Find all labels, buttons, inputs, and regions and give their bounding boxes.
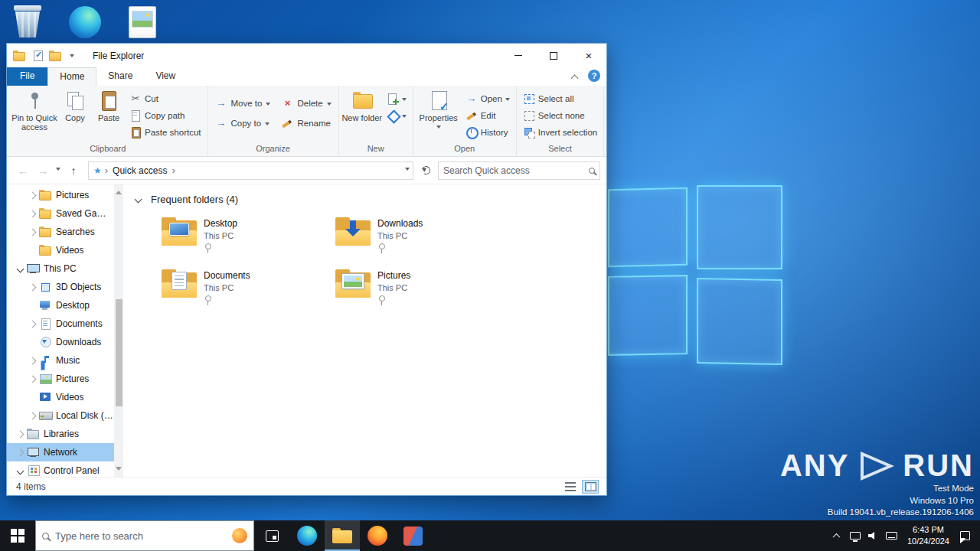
search-highlights-icon[interactable] xyxy=(232,528,247,543)
tree-chevron-icon[interactable] xyxy=(17,265,24,272)
tree-chevron-icon[interactable] xyxy=(17,430,24,438)
taskbar-clock[interactable]: 6:43 PM 10/24/2024 xyxy=(901,524,956,548)
hidden-icons-button[interactable] xyxy=(828,520,846,551)
refresh-button[interactable] xyxy=(416,161,435,180)
new-folder-button[interactable]: New folder xyxy=(341,86,383,144)
properties-button[interactable]: ✓ Properties xyxy=(416,86,462,144)
scroll-down-button[interactable] xyxy=(116,467,122,474)
qat-properties-button[interactable]: ✓ xyxy=(30,47,47,64)
tree-chevron-icon[interactable] xyxy=(29,320,37,328)
tree-chevron-icon[interactable] xyxy=(29,210,37,217)
select-none-button[interactable]: Select none xyxy=(519,107,601,124)
invert-selection-button[interactable]: Invert selection xyxy=(519,124,601,141)
taskbar-search-input[interactable] xyxy=(55,530,226,542)
up-button[interactable]: ↑ xyxy=(65,165,82,177)
tree-chevron-icon[interactable] xyxy=(29,191,37,199)
tree-chevron-icon[interactable] xyxy=(30,340,35,345)
tree-item[interactable]: Pictures xyxy=(7,186,123,204)
tree-item[interactable]: Videos xyxy=(7,388,123,406)
task-view-button[interactable] xyxy=(254,520,289,551)
folder-tile[interactable]: Downloads This PC xyxy=(335,217,500,262)
app-taskbar-button[interactable] xyxy=(395,520,430,551)
tab-home[interactable]: Home xyxy=(47,67,96,86)
collapse-ribbon-button[interactable] xyxy=(571,74,579,82)
paste-shortcut-button[interactable]: Paste shortcut xyxy=(126,124,205,141)
tree-item[interactable]: Libraries xyxy=(7,425,123,443)
edit-button[interactable]: Edit xyxy=(462,107,514,124)
rename-button[interactable]: Rename xyxy=(276,113,335,133)
network-tray-button[interactable] xyxy=(846,520,864,551)
tree-item[interactable]: Local Disk (C:) xyxy=(7,406,123,425)
tree-chevron-icon[interactable] xyxy=(17,448,24,456)
tree-item[interactable]: This PC xyxy=(7,259,123,278)
breadcrumb-location[interactable]: Quick access xyxy=(111,165,168,176)
titlebar[interactable]: ✓ File Explorer × xyxy=(7,44,606,67)
tree-item[interactable]: Documents xyxy=(7,315,123,333)
tree-chevron-icon[interactable] xyxy=(17,467,24,474)
history-button[interactable]: History xyxy=(462,124,514,141)
qat-new-folder-button[interactable] xyxy=(47,47,64,64)
tree-chevron-icon[interactable] xyxy=(29,412,37,419)
tree-chevron-icon[interactable] xyxy=(29,357,37,364)
tree-chevron-icon[interactable] xyxy=(29,375,37,383)
tree-item[interactable]: Control Panel xyxy=(7,461,123,477)
firefox-taskbar-button[interactable] xyxy=(360,520,395,551)
tree-item[interactable]: 3D Objects xyxy=(7,278,123,296)
help-button[interactable]: ? xyxy=(588,70,600,82)
tree-item[interactable]: Downloads xyxy=(7,333,123,351)
paste-button[interactable]: Paste xyxy=(92,86,126,144)
nav-scrollbar[interactable] xyxy=(114,184,123,477)
copy-button[interactable]: Copy xyxy=(58,86,92,144)
copy-to-button[interactable]: → Copy to xyxy=(211,113,276,133)
explorer-search-box[interactable] xyxy=(438,161,600,180)
tree-item[interactable]: Saved Games xyxy=(7,204,123,223)
folder-tile[interactable]: Documents This PC xyxy=(162,269,326,314)
easy-access-button[interactable] xyxy=(383,107,410,124)
forward-button[interactable]: → xyxy=(34,165,51,177)
tree-item[interactable]: Videos xyxy=(7,241,123,259)
scroll-up-button[interactable] xyxy=(116,187,122,194)
tree-chevron-icon[interactable] xyxy=(29,283,37,291)
delete-button[interactable]: × Delete xyxy=(276,93,335,113)
edge-desktop-icon[interactable] xyxy=(69,6,109,46)
details-view-button[interactable] xyxy=(562,480,579,494)
copy-path-button[interactable]: Copy path xyxy=(126,107,205,124)
breadcrumb-chevron[interactable]: › xyxy=(172,165,175,176)
tree-item[interactable]: Music xyxy=(7,351,123,370)
taskbar-search-box[interactable] xyxy=(35,520,254,551)
tab-file[interactable]: File xyxy=(7,67,47,86)
recycle-bin-icon[interactable] xyxy=(9,4,49,44)
edge-taskbar-button[interactable] xyxy=(289,520,325,551)
scrollbar-thumb[interactable] xyxy=(116,299,122,406)
collapse-group-icon[interactable] xyxy=(135,196,142,204)
tree-item[interactable]: Desktop xyxy=(7,296,123,315)
start-button[interactable] xyxy=(0,520,35,551)
search-input[interactable] xyxy=(443,165,584,176)
back-button[interactable]: ← xyxy=(15,165,31,177)
minimize-button[interactable] xyxy=(501,44,536,67)
tree-item[interactable]: Pictures xyxy=(7,370,123,388)
keyboard-tray-button[interactable] xyxy=(883,520,901,551)
qat-customize-button[interactable] xyxy=(64,47,80,64)
folder-tile[interactable]: Desktop This PC xyxy=(162,217,326,262)
tree-chevron-icon[interactable] xyxy=(30,395,35,400)
open-button[interactable]: → Open xyxy=(462,90,514,107)
recent-locations-button[interactable] xyxy=(56,168,60,173)
tree-chevron-icon[interactable] xyxy=(30,303,35,308)
volume-tray-button[interactable] xyxy=(864,520,883,551)
tree-item[interactable]: Searches xyxy=(7,223,123,241)
action-center-button[interactable] xyxy=(956,520,974,551)
tab-view[interactable]: View xyxy=(144,67,187,86)
maximize-button[interactable] xyxy=(536,44,571,67)
new-item-button[interactable] xyxy=(383,90,410,107)
tree-chevron-icon[interactable] xyxy=(29,228,37,236)
address-dropdown-button[interactable] xyxy=(405,168,410,173)
frequent-folders-header[interactable]: Frequent folders (4) xyxy=(136,194,606,205)
cut-button[interactable]: ✂ Cut xyxy=(126,90,205,107)
large-icons-view-button[interactable] xyxy=(582,480,599,494)
tree-item[interactable]: Network xyxy=(7,443,123,461)
tab-share[interactable]: Share xyxy=(96,67,144,86)
close-button[interactable]: × xyxy=(571,44,606,67)
address-bar[interactable]: ★ › Quick access › xyxy=(88,161,413,180)
breadcrumb-chevron[interactable]: › xyxy=(105,165,108,176)
